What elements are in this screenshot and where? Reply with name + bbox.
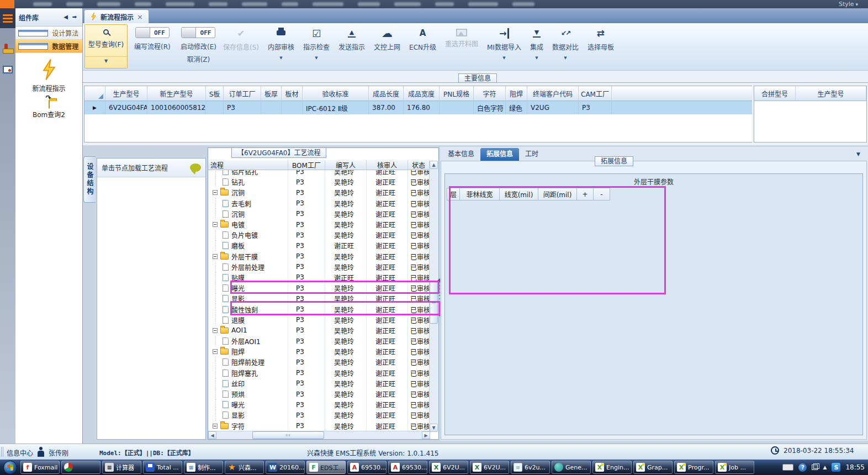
grid-column-header[interactable]: 字符 <box>474 86 506 101</box>
taskbar-button[interactable]: 69530... <box>347 461 387 474</box>
tree-row[interactable]: 外层AOI1 P3 吴艳玲 谢正旺 已审核 <box>208 336 430 346</box>
keyboard-icon[interactable] <box>782 464 793 471</box>
tree-column-header[interactable]: 状态 <box>408 160 430 170</box>
tray-clock[interactable]: 18:55 <box>845 463 865 471</box>
tree-row[interactable]: 曝光 P3 吴艳玲 谢正旺 已审核 <box>208 399 430 410</box>
pin-icon[interactable] <box>70 13 79 21</box>
style-menu[interactable]: Style <box>839 1 858 8</box>
collapse-expander-icon[interactable] <box>213 254 218 259</box>
tree-row[interactable]: 外层前处理 P3 吴艳玲 谢正旺 已审核 <box>208 262 430 272</box>
collapse-expander-icon[interactable] <box>213 328 218 333</box>
tree-row[interactable]: 显影 P3 吴艳玲 谢正旺 已审核 <box>208 410 430 420</box>
input-method-icon[interactable] <box>832 463 840 472</box>
tree-row[interactable]: 磨板 P3 谢正旺 谢正旺 已审核 <box>208 240 430 251</box>
tree-row[interactable]: 沉铜 P3 吴艳玲 谢正旺 已审核 <box>208 209 430 219</box>
taskbar-button[interactable]: 兴森... <box>225 461 264 474</box>
ribbon-button[interactable]: 选择母板 <box>583 24 618 60</box>
grid-column-header[interactable]: PNL规格 <box>440 86 474 101</box>
tree-row[interactable]: 负片电镀 P3 吴艳玲 谢正旺 已审核 <box>208 230 430 240</box>
grid-column-header[interactable]: 终端客户代码 <box>527 86 579 101</box>
grid-column-header[interactable]: 验收标准 <box>303 86 369 101</box>
scroll-right-icon[interactable] <box>422 431 430 439</box>
taskbar-button[interactable] <box>61 461 100 474</box>
grid-data-row[interactable]: 6V2UG04FA010010600058120P3IPC-6012 Ⅱ级387… <box>84 101 752 114</box>
taskbar-button[interactable]: 20160... <box>266 461 305 474</box>
grid-column-header[interactable]: 板厚 <box>261 86 282 101</box>
tree-row[interactable]: 预烘 P3 吴艳玲 谢正旺 已审核 <box>208 389 430 399</box>
taskbar-button[interactable]: Job ... <box>715 461 754 474</box>
tree-row[interactable]: 电镀 P3 吴艳玲 谢正旺 已审核 <box>208 219 430 230</box>
detail-tab[interactable]: 工时 <box>519 148 544 161</box>
taskbar-button[interactable]: Engin... <box>592 461 632 474</box>
tree-row[interactable]: 阻焊 P3 吴艳玲 谢正旺 已审核 <box>208 346 430 357</box>
ribbon-button[interactable]: 文控上网 <box>369 24 405 60</box>
ribbon-button[interactable]: ECN升级 <box>405 24 441 60</box>
model-query-button[interactable]: 型号查询(F) <box>84 24 128 68</box>
taskbar-button[interactable]: 计算器 <box>102 461 141 474</box>
taskbar-button[interactable]: Progr... <box>674 461 713 474</box>
info-center-label[interactable]: 信息中心 <box>7 448 33 457</box>
vertical-scrollbar[interactable] <box>429 161 438 432</box>
collapse-expander-icon[interactable] <box>213 349 218 354</box>
taskbar-button[interactable]: Gene... <box>552 461 591 474</box>
ribbon-button[interactable]: 指示检查 <box>299 24 334 60</box>
tree-row[interactable]: 阻焊塞孔 P3 吴艳玲 谢正旺 已审核 <box>208 368 430 378</box>
scroll-down-icon[interactable] <box>430 424 438 432</box>
factory-icon[interactable] <box>3 44 13 54</box>
taskbar-button[interactable]: 6V2U... <box>429 461 468 474</box>
ribbon-button[interactable]: 集成 <box>526 24 548 60</box>
tree-column-header[interactable]: BOM工厂 <box>288 160 325 170</box>
taskbar-button[interactable]: 6v2u... <box>511 461 550 474</box>
grid-column-header[interactable]: 成品宽度 <box>404 86 440 101</box>
collapse-expander-icon[interactable] <box>213 222 218 227</box>
grid-column-header[interactable]: 成品长度 <box>369 86 404 101</box>
tab-new-flow-instruction[interactable]: 新流程指示 <box>84 9 149 23</box>
scrollbar-thumb[interactable] <box>252 431 324 439</box>
chevron-down-icon[interactable] <box>85 56 127 64</box>
scroll-up-icon[interactable] <box>430 161 438 169</box>
taskbar-button[interactable]: 6V2U... <box>470 461 509 474</box>
grid-column-header[interactable]: 生产型号 <box>796 86 866 101</box>
taskbar-button[interactable]: Foxmail <box>20 461 60 474</box>
ribbon-button[interactable]: 数据对比 <box>548 24 583 60</box>
tree-row[interactable]: 丝印 P3 吴艳玲 谢正旺 已审核 <box>208 378 430 389</box>
tree-row[interactable]: 字符 P3 吴艳玲 谢正旺 已审核 <box>208 421 430 431</box>
start-button[interactable] <box>3 461 17 474</box>
sidebar-group-item[interactable]: 数据管理 <box>15 40 82 53</box>
sidebar-group-item[interactable]: 设计算法 <box>15 27 82 40</box>
write-flow-toggle[interactable]: OFF <box>135 27 170 38</box>
tree-column-header[interactable]: 核审人 <box>367 160 408 170</box>
panel-dropdown-icon[interactable] <box>856 151 860 157</box>
grid-column-header[interactable]: 生产型号 <box>105 86 147 101</box>
taskbar-button[interactable]: EDS工... <box>306 461 346 474</box>
taskbar-button[interactable]: 69530... <box>388 461 427 474</box>
row-selector-header[interactable] <box>84 86 105 101</box>
taskbar-button[interactable]: Total ... <box>143 461 182 474</box>
tree-row[interactable]: 去毛刺 P3 吴艳玲 谢正旺 已审核 <box>208 198 430 209</box>
grid-column-header[interactable]: S板 <box>206 86 224 101</box>
tree-row[interactable]: AOI1 P3 吴艳玲 谢正旺 已审核 <box>208 325 430 336</box>
start-modify-toggle[interactable]: OFF <box>181 27 215 38</box>
grid-column-header[interactable]: 合拼型号 <box>754 86 796 101</box>
ribbon-button[interactable]: 保存信息(S) <box>219 24 263 60</box>
sidebar-tool-new-flow[interactable]: 新流程指示 <box>15 59 82 93</box>
tree-column-header[interactable]: 流程 <box>208 160 288 170</box>
collapse-expander-icon[interactable] <box>213 190 218 195</box>
ribbon-button[interactable]: 发送指示 <box>334 24 369 60</box>
tree-row[interactable]: 铝片钻孔 P3 吴艳玲 谢正旺 已审核 <box>208 170 430 177</box>
tree-column-header[interactable]: 编写人 <box>325 160 367 170</box>
close-icon[interactable] <box>137 13 143 21</box>
tree-row[interactable]: 钻孔 P3 吴艳玲 谢正旺 已审核 <box>208 177 430 187</box>
tree-row[interactable]: 退膜 P3 吴艳玲 谢正旺 已审核 <box>208 315 430 325</box>
tree-row[interactable]: 外层干膜 P3 吴艳玲 谢正旺 已审核 <box>208 251 430 262</box>
grid-column-header[interactable]: 板材 <box>282 86 303 101</box>
tray-expand-icon[interactable] <box>823 465 827 470</box>
window-restore-icon[interactable] <box>812 465 818 470</box>
scroll-left-icon[interactable] <box>208 431 216 439</box>
ribbon-button[interactable]: MI数据导入 <box>483 24 526 60</box>
grid-column-header[interactable]: CAM工厂 <box>579 86 612 101</box>
ribbon-button[interactable]: 内部审核 <box>263 24 299 60</box>
collapse-expander-icon[interactable] <box>213 424 218 429</box>
cancel-button[interactable]: 取消(Z) <box>187 54 210 64</box>
ribbon-button[interactable]: 重选开料图 <box>441 24 483 60</box>
